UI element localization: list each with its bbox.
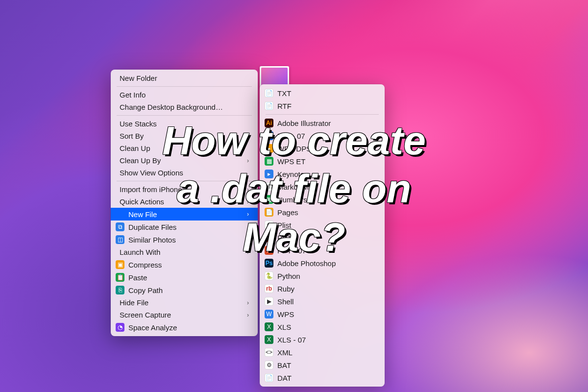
word-icon: W bbox=[265, 131, 273, 140]
plist-icon: ⚙ bbox=[265, 220, 273, 229]
menu-label: Markdown bbox=[277, 183, 376, 191]
keynote-icon: ▸ bbox=[265, 170, 273, 178]
menu-separator bbox=[266, 114, 379, 115]
menu-label: BAT bbox=[277, 361, 376, 369]
submenu-txt[interactable]: 📄TXT bbox=[260, 87, 385, 99]
menu-get-info[interactable]: Get Info bbox=[111, 89, 258, 101]
menu-label: XML bbox=[277, 348, 376, 357]
menu-label: Compress bbox=[128, 261, 249, 269]
menu-space-analyze[interactable]: ◔Space Analyze bbox=[111, 321, 258, 334]
menu-label: Adobe Photoshop bbox=[277, 259, 376, 268]
menu-label: Hide File bbox=[120, 298, 243, 307]
submenu-wps[interactable]: WWPS bbox=[260, 308, 385, 320]
adobe-illustrator-icon: Ai bbox=[265, 119, 273, 127]
menu-label: Paste bbox=[128, 273, 249, 282]
pages-icon: 📄 bbox=[265, 208, 273, 217]
menu-label: Quick Actions bbox=[120, 197, 243, 206]
submenu-xls[interactable]: XXLS bbox=[260, 320, 385, 333]
menu-label: WPS DPS bbox=[277, 145, 376, 153]
menu-launch-with[interactable]: Launch With› bbox=[111, 246, 258, 258]
wps-et-icon: ▦ bbox=[265, 157, 273, 166]
xls-icon: X bbox=[265, 322, 273, 331]
menu-separator bbox=[117, 181, 252, 181]
menu-separator bbox=[117, 86, 252, 87]
menu-label: TXT bbox=[277, 89, 376, 98]
submenu-ppt-07[interactable]: PPPT - 07 bbox=[260, 244, 385, 257]
submenu-ruby[interactable]: rbRuby bbox=[260, 282, 385, 295]
similar-photos-icon: ◫ bbox=[116, 235, 124, 244]
menu-screen-capture[interactable]: Screen Capture› bbox=[111, 309, 258, 321]
menu-label: Duplicate Files bbox=[128, 223, 249, 231]
submenu-ppt[interactable]: PPPT bbox=[260, 231, 385, 244]
menu-label: Numbers bbox=[277, 196, 376, 204]
menu-hide-file[interactable]: Hide File› bbox=[111, 296, 258, 309]
ppt-icon: P bbox=[265, 233, 273, 242]
menu-label: Copy Path bbox=[128, 286, 249, 294]
menu-label: Similar Photos bbox=[128, 236, 249, 244]
submenu-adobe-illustrator[interactable]: AiAdobe Illustrator bbox=[260, 117, 385, 129]
menu-label: Sort By bbox=[120, 132, 243, 140]
menu-label: New Folder bbox=[120, 74, 249, 82]
menu-duplicate-files[interactable]: ⧉Duplicate Files bbox=[111, 220, 258, 233]
menu-paste[interactable]: 📋Paste bbox=[111, 271, 258, 284]
menu-label: Clean Up By bbox=[120, 156, 243, 165]
menu-import-from-iphone[interactable]: Import from iPhone› bbox=[111, 183, 258, 196]
xls-icon: X bbox=[265, 335, 273, 344]
menu-label: Clean Up bbox=[120, 144, 249, 152]
menu-label: DAT bbox=[277, 374, 376, 382]
submenu-markdown[interactable]: M↓Markdown bbox=[260, 180, 385, 193]
menu-clean-up[interactable]: Clean Up bbox=[111, 142, 258, 154]
menu-similar-photos[interactable]: ◫Similar Photos bbox=[111, 233, 258, 246]
desktop-background: New Folder Get Info Change Desktop Backg… bbox=[0, 0, 588, 392]
chevron-right-icon: › bbox=[247, 133, 249, 140]
menu-clean-up-by[interactable]: Clean Up By› bbox=[111, 154, 258, 167]
chevron-right-icon: › bbox=[247, 198, 249, 205]
menu-copy-path[interactable]: ⎘Copy Path bbox=[111, 284, 258, 296]
submenu-rtf[interactable]: 📄RTF bbox=[260, 99, 385, 112]
submenu-wps-et[interactable]: ▦WPS ET bbox=[260, 155, 385, 168]
chevron-right-icon: › bbox=[247, 211, 249, 218]
submenu-numbers[interactable]: ▦Numbers bbox=[260, 193, 385, 206]
menu-label: PPT bbox=[277, 234, 376, 242]
menu-label: Show View Options bbox=[120, 169, 249, 177]
menu-change-desktop-bg[interactable]: Change Desktop Background… bbox=[111, 101, 258, 113]
submenu-xml[interactable]: <>XML bbox=[260, 346, 385, 359]
compress-icon: ▣ bbox=[116, 260, 124, 269]
bat-icon: ⚙ bbox=[265, 361, 273, 369]
python-icon: 🐍 bbox=[265, 271, 273, 280]
menu-sort-by[interactable]: Sort By› bbox=[111, 130, 258, 142]
menu-label: Ruby bbox=[277, 285, 376, 293]
numbers-icon: ▦ bbox=[265, 195, 273, 204]
menu-label: Space Analyze bbox=[128, 323, 249, 332]
submenu-pages[interactable]: 📄Pages bbox=[260, 206, 385, 219]
submenu-xls-07[interactable]: XXLS - 07 bbox=[260, 333, 385, 346]
submenu-dat[interactable]: 📄DAT bbox=[260, 371, 385, 384]
submenu-adobe-photoshop[interactable]: PsAdobe Photoshop bbox=[260, 257, 385, 270]
new-file-icon bbox=[116, 210, 124, 219]
menu-label: New File bbox=[128, 210, 243, 219]
context-menu: New Folder Get Info Change Desktop Backg… bbox=[111, 70, 258, 336]
menu-show-view-options[interactable]: Show View Options bbox=[111, 167, 258, 179]
menu-label: RTF bbox=[277, 102, 376, 110]
submenu-bat[interactable]: ⚙BAT bbox=[260, 359, 385, 371]
copy-path-icon: ⎘ bbox=[116, 286, 124, 294]
submenu-shell[interactable]: ▶Shell bbox=[260, 295, 385, 308]
menu-separator bbox=[117, 115, 252, 116]
menu-compress[interactable]: ▣Compress bbox=[111, 258, 258, 271]
menu-use-stacks[interactable]: Use Stacks bbox=[111, 118, 258, 130]
ruby-icon: rb bbox=[265, 284, 273, 293]
menu-quick-actions[interactable]: Quick Actions› bbox=[111, 196, 258, 208]
submenu-keynote[interactable]: ▸Keynote bbox=[260, 168, 385, 180]
menu-label: PPT - 07 bbox=[277, 246, 376, 255]
submenu-python[interactable]: 🐍Python bbox=[260, 270, 385, 282]
submenu-doc-07[interactable]: WDoc - 07 bbox=[260, 129, 385, 142]
menu-label: Change Desktop Background… bbox=[120, 103, 249, 111]
menu-label: Keynote bbox=[277, 170, 376, 178]
menu-new-folder[interactable]: New Folder bbox=[111, 72, 258, 84]
menu-label: Import from iPhone bbox=[120, 185, 243, 194]
menu-new-file[interactable]: New File› bbox=[111, 208, 258, 220]
submenu-plist[interactable]: ⚙Plist bbox=[260, 219, 385, 231]
chevron-right-icon: › bbox=[247, 186, 249, 193]
wps-dps-icon: ▸ bbox=[265, 144, 273, 153]
submenu-wps-dps[interactable]: ▸WPS DPS bbox=[260, 142, 385, 155]
